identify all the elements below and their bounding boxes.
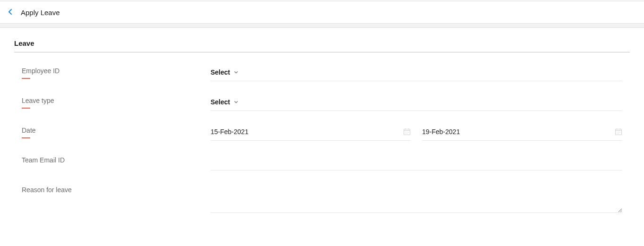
svg-point-4	[405, 132, 406, 133]
leave-type-label: Leave type	[22, 97, 54, 104]
row-reason: Reason for leave	[22, 186, 622, 213]
date-label: Date	[22, 127, 36, 134]
team-email-label: Team Email ID	[22, 156, 65, 164]
row-team-email: Team Email ID	[22, 156, 622, 170]
row-leave-type: Leave type Select	[22, 96, 622, 111]
calendar-icon	[403, 128, 411, 136]
row-employee-id: Employee ID Select	[22, 67, 622, 81]
control-col	[211, 156, 622, 170]
leave-type-select[interactable]: Select	[211, 96, 622, 111]
reason-textarea[interactable]	[211, 186, 622, 213]
required-indicator	[22, 78, 30, 79]
chevron-down-icon	[234, 70, 238, 75]
required-indicator	[22, 137, 30, 138]
required-indicator	[22, 108, 30, 109]
page-header: Apply Leave	[0, 1, 644, 23]
control-col	[211, 186, 622, 213]
section-title: Leave	[14, 39, 630, 52]
control-col: Select	[211, 96, 622, 111]
date-to-input[interactable]: 19-Feb-2021	[422, 126, 622, 141]
date-to-value: 19-Feb-2021	[422, 128, 460, 136]
control-col: Select	[211, 67, 622, 81]
label-col: Team Email ID	[22, 156, 211, 164]
form-area: Employee ID Select Leave type Sele	[14, 67, 630, 213]
label-col: Employee ID	[22, 67, 211, 79]
svg-point-17	[618, 133, 619, 134]
label-col: Reason for leave	[22, 186, 211, 194]
select-placeholder: Select	[211, 98, 230, 106]
svg-point-14	[618, 132, 619, 133]
date-from-input[interactable]: 15-Feb-2021	[211, 126, 411, 141]
team-email-input[interactable]	[211, 156, 622, 170]
svg-point-5	[407, 132, 407, 133]
back-icon[interactable]	[8, 8, 12, 17]
employee-id-label: Employee ID	[22, 67, 59, 75]
label-col: Date	[22, 126, 211, 138]
employee-id-select[interactable]: Select	[211, 67, 622, 81]
svg-point-16	[617, 133, 618, 134]
divider-strip	[0, 23, 644, 28]
svg-point-13	[617, 132, 618, 133]
page-title: Apply Leave	[21, 8, 60, 17]
svg-point-15	[619, 132, 620, 133]
svg-point-6	[408, 132, 409, 133]
svg-point-7	[405, 133, 406, 134]
row-date: Date 15-Feb-2021 19-Feb-2021	[22, 126, 622, 141]
select-placeholder: Select	[211, 68, 230, 76]
calendar-icon	[615, 128, 622, 136]
control-col: 15-Feb-2021 19-Feb-2021	[211, 126, 622, 141]
reason-label: Reason for leave	[22, 186, 72, 194]
chevron-down-icon	[234, 100, 238, 104]
svg-point-8	[407, 133, 407, 134]
label-col: Leave type	[22, 96, 211, 109]
content-area: Leave Employee ID Select Leave type	[0, 28, 644, 233]
date-from-value: 15-Feb-2021	[211, 128, 248, 136]
